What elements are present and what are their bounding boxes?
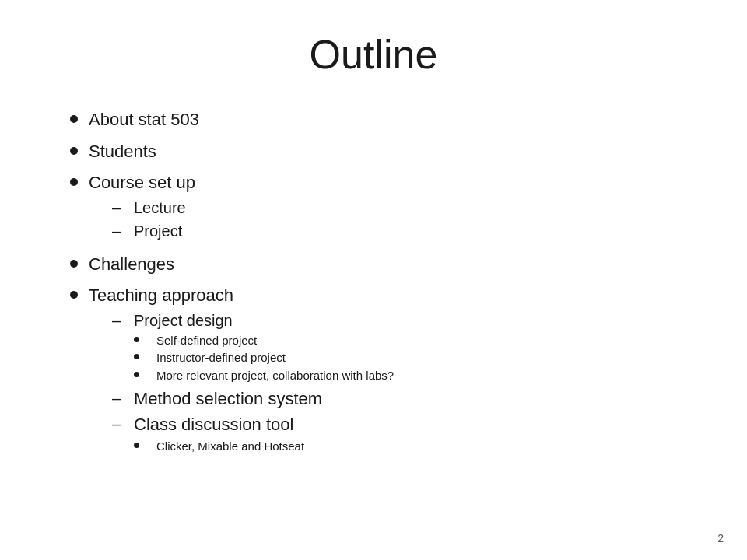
list-item: Challenges bbox=[70, 254, 700, 276]
item-text-block: Teaching approach – Project design Self- bbox=[89, 285, 700, 459]
sub-sub-item-text: Instructor-defined project bbox=[156, 350, 286, 366]
bullet-icon bbox=[70, 115, 78, 123]
sub-list-item: – Class discussion tool Clicker, Mixable… bbox=[89, 414, 700, 456]
sub-sub-item-text: More relevant project, collaboration wit… bbox=[156, 368, 394, 383]
list-item: Students bbox=[70, 141, 700, 163]
small-bullet-icon bbox=[134, 337, 139, 342]
sub-item-text: Project bbox=[134, 221, 182, 241]
dash-icon: – bbox=[112, 414, 128, 434]
bullet-icon bbox=[70, 178, 78, 186]
item-text: Challenges bbox=[89, 254, 700, 276]
sub-item-content: Project design Self-defined project Inst… bbox=[134, 310, 394, 386]
sub-sub-list-item: Instructor-defined project bbox=[134, 350, 394, 366]
sub-list-item: – Method selection system bbox=[89, 388, 700, 411]
item-text: Students bbox=[89, 141, 700, 163]
sub-sub-list-item: Self-defined project bbox=[134, 333, 394, 348]
sub-item-text: Class discussion tool bbox=[134, 415, 293, 434]
dash-icon: – bbox=[112, 198, 128, 218]
sub-item-text: Project design bbox=[134, 312, 233, 329]
dash-icon: – bbox=[112, 221, 128, 241]
item-text: Course set up bbox=[89, 173, 195, 192]
slide-content: About stat 503 Students Course set up – … bbox=[47, 109, 700, 459]
sub-sub-list-item: Clicker, Mixable and Hotseat bbox=[134, 439, 304, 454]
sub-list: – Project design Self-defined project bbox=[89, 310, 700, 456]
list-item: Course set up – Lecture – Project bbox=[70, 172, 700, 244]
sub-sub-list: Clicker, Mixable and Hotseat bbox=[134, 439, 304, 454]
item-text: About stat 503 bbox=[89, 109, 700, 131]
sub-list-item: – Project bbox=[89, 221, 700, 241]
sub-item-text: Method selection system bbox=[134, 388, 322, 411]
sub-sub-list-item: More relevant project, collaboration wit… bbox=[134, 368, 394, 383]
sub-item-content: Class discussion tool Clicker, Mixable a… bbox=[134, 414, 304, 456]
sub-sub-list: Self-defined project Instructor-defined … bbox=[134, 333, 394, 383]
slide-title: Outline bbox=[47, 31, 700, 78]
item-text-block: Course set up – Lecture – Project bbox=[89, 172, 700, 244]
main-list: About stat 503 Students Course set up – … bbox=[70, 109, 700, 459]
bullet-icon bbox=[70, 147, 78, 155]
sub-sub-item-text: Clicker, Mixable and Hotseat bbox=[156, 439, 304, 454]
list-item: Teaching approach – Project design Self- bbox=[70, 285, 700, 459]
small-bullet-icon bbox=[134, 443, 139, 448]
dash-icon: – bbox=[112, 310, 128, 331]
sub-list-item: – Lecture bbox=[89, 198, 700, 218]
small-bullet-icon bbox=[134, 354, 139, 359]
small-bullet-icon bbox=[134, 372, 139, 377]
bullet-icon bbox=[70, 260, 78, 268]
dash-icon: – bbox=[112, 388, 128, 408]
sub-sub-item-text: Self-defined project bbox=[156, 333, 257, 348]
slide: Outline About stat 503 Students Course s… bbox=[0, 0, 747, 560]
sub-item-text: Lecture bbox=[134, 198, 186, 218]
page-number: 2 bbox=[717, 532, 724, 544]
bullet-icon bbox=[70, 291, 78, 299]
sub-list-item: – Project design Self-defined project bbox=[89, 310, 700, 386]
sub-list: – Lecture – Project bbox=[89, 198, 700, 241]
list-item: About stat 503 bbox=[70, 109, 700, 131]
item-text: Teaching approach bbox=[89, 285, 233, 305]
